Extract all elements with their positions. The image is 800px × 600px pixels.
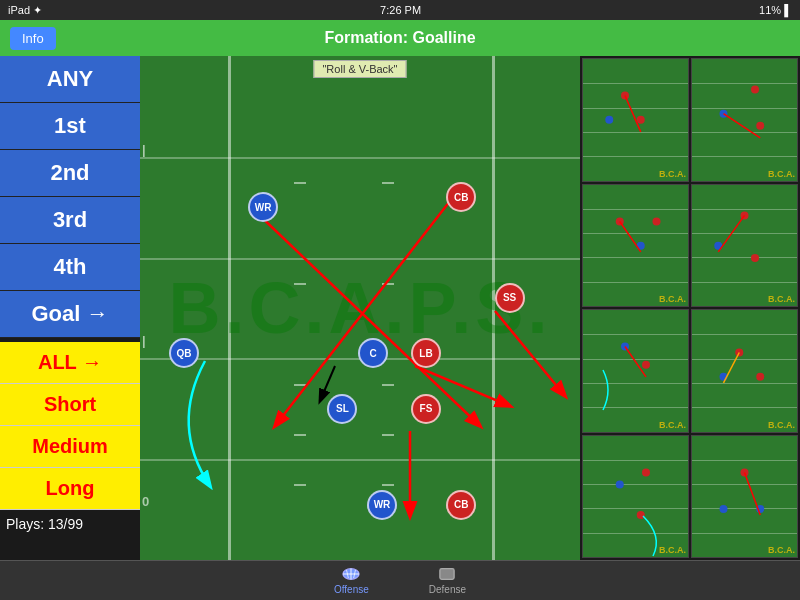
dist-btn-medium[interactable]: Medium bbox=[0, 426, 140, 468]
plays-label: Plays: 13/99 bbox=[0, 510, 140, 538]
svg-line-1 bbox=[275, 201, 450, 426]
svg-line-0 bbox=[255, 211, 480, 426]
svg-line-13 bbox=[724, 114, 761, 138]
down-btn-3rd[interactable]: 3rd bbox=[0, 197, 140, 244]
left-sidebar: ANY1st2nd3rd4thGoal → ALL →ShortMediumLo… bbox=[0, 56, 140, 560]
svg-line-9 bbox=[625, 95, 641, 131]
bottom-tab-bar: Offense Defense bbox=[0, 560, 800, 600]
status-left: iPad ✦ bbox=[8, 4, 42, 17]
player-wr-0: WR bbox=[248, 192, 278, 222]
thumb-4[interactable]: B.C.A. bbox=[691, 184, 798, 308]
svg-point-29 bbox=[616, 480, 624, 488]
svg-point-30 bbox=[642, 468, 650, 476]
dist-btn-long[interactable]: Long bbox=[0, 468, 140, 510]
downs-section: ANY1st2nd3rd4thGoal → bbox=[0, 56, 140, 338]
svg-point-6 bbox=[621, 91, 629, 99]
down-btn-1st[interactable]: 1st bbox=[0, 103, 140, 150]
status-time: 7:26 PM bbox=[380, 4, 421, 16]
svg-line-24 bbox=[625, 346, 646, 376]
svg-point-31 bbox=[637, 510, 645, 518]
player-c-2: C bbox=[358, 338, 388, 368]
svg-point-7 bbox=[605, 116, 613, 124]
player-fs-8: FS bbox=[411, 394, 441, 424]
player-lb-6: LB bbox=[411, 338, 441, 368]
svg-point-33 bbox=[720, 504, 728, 512]
play-name: "Roll & V-Back" bbox=[313, 60, 406, 78]
thumb-3[interactable]: B.C.A. bbox=[582, 184, 689, 308]
thumb-8[interactable]: B.C.A. bbox=[691, 435, 798, 559]
svg-point-23 bbox=[642, 361, 650, 369]
svg-line-21 bbox=[718, 215, 744, 251]
thumb-2[interactable]: B.C.A. bbox=[691, 58, 798, 182]
main-content: ANY1st2nd3rd4thGoal → ALL →ShortMediumLo… bbox=[0, 56, 800, 560]
tab-offense-label: Offense bbox=[334, 584, 369, 595]
svg-rect-41 bbox=[440, 569, 454, 580]
player-ss-7: SS bbox=[495, 283, 525, 313]
thumb-5[interactable]: B.C.A. bbox=[582, 309, 689, 433]
status-right: 11% ▌ bbox=[759, 4, 792, 16]
formation-title: Formation: Goalline bbox=[324, 29, 475, 47]
svg-line-3 bbox=[495, 311, 565, 396]
status-bar: iPad ✦ 7:26 PM 11% ▌ bbox=[0, 0, 800, 20]
svg-point-20 bbox=[751, 253, 759, 261]
svg-line-35 bbox=[745, 472, 761, 515]
down-btn-goal[interactable]: Goal → bbox=[0, 291, 140, 338]
svg-point-25 bbox=[735, 349, 743, 357]
player-cb-5: CB bbox=[446, 182, 476, 212]
field-container: "Roll & V-Back" | | 0 B.C.A.P.S. bbox=[140, 56, 580, 560]
svg-point-27 bbox=[756, 373, 764, 381]
player-qb-1: QB bbox=[169, 338, 199, 368]
svg-point-8 bbox=[637, 116, 645, 124]
player-wr-4: WR bbox=[367, 490, 397, 520]
header-bar: Info Formation: Goalline bbox=[0, 20, 800, 56]
svg-point-10 bbox=[751, 85, 759, 93]
thumb-1[interactable]: B.C.A. bbox=[582, 58, 689, 182]
down-btn-2nd[interactable]: 2nd bbox=[0, 150, 140, 197]
down-btn-4th[interactable]: 4th bbox=[0, 244, 140, 291]
svg-point-16 bbox=[653, 217, 661, 225]
dist-btn-all[interactable]: ALL → bbox=[0, 342, 140, 384]
info-button[interactable]: Info bbox=[10, 27, 56, 50]
player-cb-9: CB bbox=[446, 490, 476, 520]
thumb-7[interactable]: B.C.A. bbox=[582, 435, 689, 559]
tab-defense[interactable]: Defense bbox=[429, 566, 466, 595]
svg-point-12 bbox=[756, 122, 764, 130]
svg-line-17 bbox=[620, 221, 641, 251]
player-sl-3: SL bbox=[327, 394, 357, 424]
tab-defense-label: Defense bbox=[429, 584, 466, 595]
thumb-6[interactable]: B.C.A. bbox=[691, 309, 798, 433]
down-btn-any[interactable]: ANY bbox=[0, 56, 140, 103]
dist-btn-short[interactable]: Short bbox=[0, 384, 140, 426]
right-panel: B.C.A. B.C.A. bbox=[580, 56, 800, 560]
distance-section: ALL →ShortMediumLong bbox=[0, 342, 140, 510]
svg-line-28 bbox=[724, 353, 740, 383]
tab-offense[interactable]: Offense bbox=[334, 566, 369, 595]
